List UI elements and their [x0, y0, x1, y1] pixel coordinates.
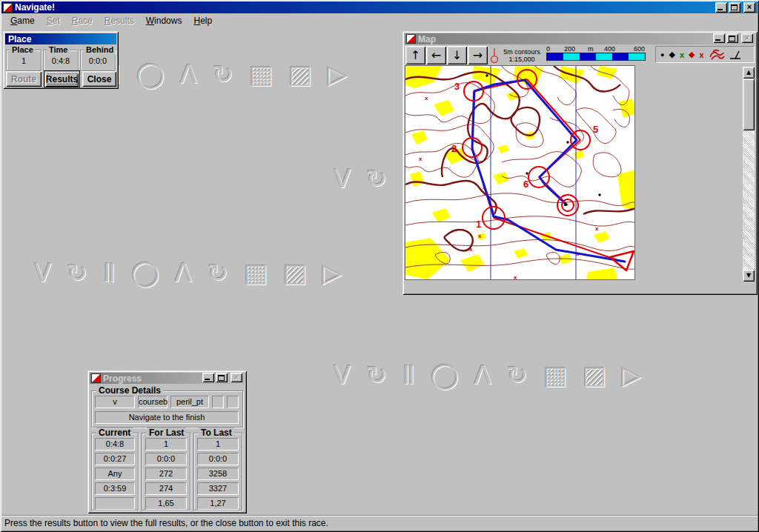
- restore-icon: [731, 4, 738, 10]
- status-bar: Press the results button to view the ful…: [1, 515, 758, 531]
- red-x-icon: x: [700, 50, 704, 59]
- svg-text:3: 3: [454, 81, 460, 92]
- current-value-5: [95, 497, 135, 510]
- to-last-value-4: 3327: [197, 482, 239, 495]
- for-last-group: For Last 1 0:0:0 272 274 1,65: [142, 433, 190, 511]
- minimize-button[interactable]: [715, 2, 727, 13]
- control-marker-icon: [488, 47, 500, 64]
- close-race-button[interactable]: Close: [82, 71, 116, 87]
- results-button[interactable]: Results: [45, 73, 79, 87]
- svg-text:x: x: [469, 246, 473, 253]
- app-flag-icon: [3, 3, 13, 13]
- window-title: Navigate!: [15, 2, 55, 13]
- svg-text:1: 1: [476, 219, 481, 230]
- course-message: Navigate to the finish: [95, 411, 239, 424]
- minimize-icon: [717, 9, 723, 10]
- current-label: Current: [96, 428, 133, 438]
- scale-tick-200: 200: [564, 45, 575, 53]
- place-group-label: Place: [10, 44, 36, 55]
- to-last-value-3: 3258: [197, 468, 239, 480]
- map-yellow-areas: [405, 66, 635, 280]
- map-window: Map × ↑ ← ↓ → 5m contours 1:15,000 0 200…: [402, 31, 758, 295]
- map-close-button: ×: [741, 33, 753, 43]
- svg-text:x: x: [514, 274, 517, 280]
- restore-button[interactable]: [729, 2, 740, 13]
- scale-tick-m: m: [588, 45, 594, 53]
- contours-icon: [709, 48, 725, 61]
- dot-icon: ●: [660, 51, 664, 59]
- map-vertical-scrollbar[interactable]: ▲ ▼: [743, 67, 755, 282]
- course-field-class: v: [95, 396, 135, 408]
- course-field-map: peril_pt: [170, 396, 209, 408]
- progress-window-title: Progress: [103, 373, 142, 384]
- status-text: Press the results button to view the ful…: [4, 518, 328, 528]
- background-watermark: V ↻ Ⅱ ◯ Λ ↻ ▦ ▨ ▷: [34, 258, 345, 287]
- scale-tick-600: 600: [634, 45, 645, 53]
- course-details-label: Course Details: [96, 385, 163, 396]
- map-window-title: Map: [418, 34, 436, 44]
- place-title-bar[interactable]: Place: [5, 33, 116, 44]
- menu-bar: Game Set Race Results Windows Help: [1, 14, 758, 27]
- for-last-value-4: 274: [145, 482, 187, 495]
- menu-help[interactable]: Help: [188, 15, 218, 27]
- scale-tick-0: 0: [546, 45, 550, 53]
- current-value-1: 0:4:8: [95, 438, 135, 450]
- red-diamond-icon: ◆: [689, 50, 695, 59]
- orienteering-map[interactable]: x x x x x x x x 12356: [405, 65, 635, 280]
- svg-text:5: 5: [593, 124, 598, 135]
- minimize-icon: [715, 39, 720, 41]
- behind-group-label: Behind: [84, 44, 116, 55]
- behind-group: Behind 0:0:0: [80, 50, 116, 71]
- map-index-contours: [405, 66, 635, 250]
- scale-tick-400: 400: [604, 45, 615, 53]
- svg-text:6: 6: [523, 179, 528, 190]
- contours-label: 5m contours: [500, 48, 544, 56]
- to-last-label: To Last: [199, 428, 234, 438]
- behind-value: 0:0:0: [83, 56, 113, 65]
- scrollbar-thumb[interactable]: [743, 79, 755, 130]
- time-group: Time 0:4:8: [43, 50, 79, 71]
- current-value-4: 0:3:59: [95, 482, 135, 495]
- menu-set: Set: [41, 15, 66, 27]
- main-title-bar[interactable]: Navigate! ×: [1, 1, 758, 13]
- to-last-value-5: 1,27: [197, 497, 239, 510]
- pan-up-button[interactable]: ↑: [405, 46, 425, 64]
- menu-game[interactable]: Game: [4, 15, 41, 27]
- scroll-down-button[interactable]: ▼: [743, 270, 755, 282]
- progress-title-bar[interactable]: Progress ×: [90, 373, 245, 384]
- progress-close-button: ×: [231, 373, 242, 382]
- menu-race: Race: [66, 15, 99, 27]
- results-button-focus: Results: [44, 70, 80, 87]
- svg-text:x: x: [419, 156, 422, 162]
- maximize-icon: [218, 375, 225, 381]
- pan-right-button[interactable]: →: [468, 46, 488, 64]
- svg-text:x: x: [595, 225, 599, 232]
- time-value: 0:4:8: [46, 56, 76, 65]
- close-button[interactable]: ×: [743, 2, 755, 13]
- for-last-value-3: 272: [145, 468, 187, 480]
- menu-windows[interactable]: Windows: [140, 15, 188, 27]
- scroll-up-button[interactable]: ▲: [743, 67, 755, 79]
- course-field-extra1: [212, 396, 224, 408]
- to-last-value-1: 1: [197, 438, 239, 450]
- progress-maximize-button[interactable]: [216, 373, 228, 382]
- progress-minimize-button[interactable]: [202, 373, 214, 382]
- to-last-value-2: 0:0:0: [197, 453, 239, 465]
- course-field-course: courseb: [138, 396, 168, 408]
- pan-left-button[interactable]: ←: [426, 46, 446, 64]
- for-last-value-5: 1,65: [145, 497, 187, 510]
- for-last-value-2: 0:0:0: [145, 453, 187, 465]
- place-panel-window: Place Place 1 Time 0:4:8 Behind 0:0:0 Ro…: [3, 31, 119, 89]
- map-title-bar[interactable]: Map ×: [405, 33, 755, 44]
- map-maximize-button[interactable]: [726, 33, 738, 43]
- green-x-icon: x: [680, 50, 684, 59]
- maximize-icon: [729, 36, 735, 41]
- svg-text:2: 2: [451, 143, 457, 154]
- time-group-label: Time: [47, 44, 70, 55]
- svg-text:x: x: [478, 233, 482, 239]
- map-minimize-button[interactable]: [713, 33, 725, 43]
- course-overlay: 12356: [451, 66, 634, 280]
- diamond-icon: ◆: [669, 50, 675, 59]
- pan-down-button[interactable]: ↓: [447, 46, 467, 64]
- map-canvas: x x x x x x x x 12356: [405, 66, 635, 280]
